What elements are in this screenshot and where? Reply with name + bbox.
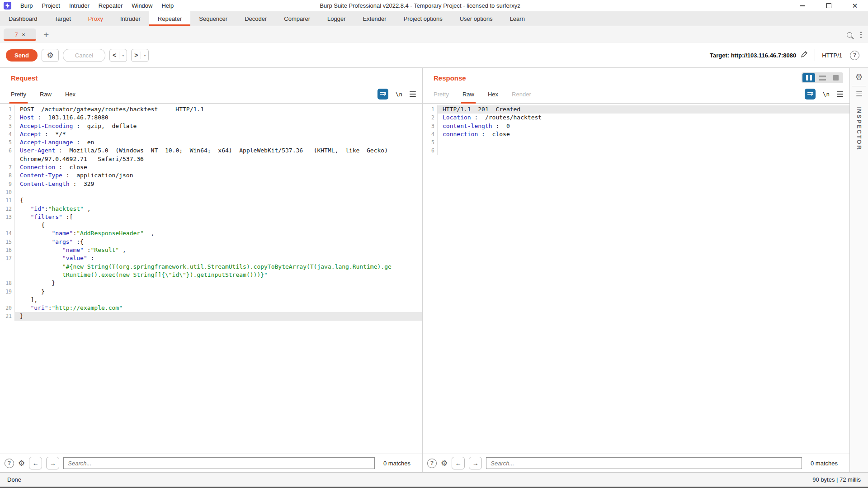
help-icon[interactable]: ? — [5, 459, 14, 468]
prev-match-button[interactable]: ← — [29, 457, 42, 469]
line-number: 6 — [0, 147, 15, 155]
tab-project-options[interactable]: Project options — [395, 11, 451, 26]
line-number: 20 — [0, 304, 15, 312]
http-version-label[interactable]: HTTP/1 — [822, 52, 842, 59]
line-number: 9 — [0, 180, 15, 188]
line-content: Accept : */* — [15, 130, 422, 138]
layout-single-button[interactable] — [830, 73, 842, 82]
menu-window[interactable]: Window — [127, 2, 157, 9]
word-wrap-toggle[interactable] — [377, 89, 388, 99]
request-editor[interactable]: 1POST /actuator/gateway/routes/hacktest … — [0, 104, 422, 454]
line-content: { — [15, 196, 422, 204]
response-search-input[interactable] — [486, 457, 802, 469]
menu-repeater[interactable]: Repeater — [94, 2, 127, 9]
editor-menu-icon[interactable] — [410, 91, 416, 97]
burp-suite-window: BurpProjectIntruderRepeaterWindowHelp Bu… — [0, 0, 868, 488]
prev-match-button[interactable]: ← — [452, 457, 465, 469]
search-settings-icon[interactable]: ⚙ — [441, 460, 448, 467]
tab-intruder[interactable]: Intruder — [112, 11, 149, 26]
response-tab-hex[interactable]: Hex — [488, 85, 498, 103]
tab-logger[interactable]: Logger — [319, 11, 354, 26]
request-tab-raw[interactable]: Raw — [40, 85, 52, 103]
tab-repeater[interactable]: Repeater — [149, 11, 190, 26]
minimize-button[interactable] — [789, 0, 816, 11]
history-forward-button[interactable]: > ▾ — [131, 49, 149, 62]
menu-help[interactable]: Help — [157, 2, 178, 9]
editor-line: 4connection : close — [423, 130, 849, 138]
divider — [852, 86, 866, 86]
title-bar: BurpProjectIntruderRepeaterWindowHelp Bu… — [0, 0, 868, 11]
close-button[interactable]: ✕ — [842, 0, 868, 11]
menu-intruder[interactable]: Intruder — [65, 2, 94, 9]
newline-toggle[interactable]: \n — [823, 91, 830, 98]
line-number: 4 — [423, 130, 438, 138]
line-number: 11 — [0, 196, 15, 204]
tab-sequencer[interactable]: Sequencer — [190, 11, 236, 26]
tab-extender[interactable]: Extender — [354, 11, 395, 26]
tab-proxy[interactable]: Proxy — [80, 11, 112, 26]
next-match-button[interactable]: → — [469, 457, 482, 469]
editor-line: 4Accept : */* — [0, 130, 422, 138]
divider — [119, 52, 119, 59]
status-text: Done — [7, 476, 21, 483]
tab-dashboard[interactable]: Dashboard — [0, 11, 46, 26]
help-icon[interactable]: ? — [427, 459, 437, 468]
response-tab-raw[interactable]: Raw — [462, 85, 474, 103]
layout-rows-button[interactable] — [816, 73, 829, 82]
request-tab-hex[interactable]: Hex — [65, 85, 75, 103]
response-tab-pretty[interactable]: Pretty — [434, 85, 449, 103]
line-number — [0, 296, 15, 304]
inspector-menu-icon[interactable] — [856, 91, 862, 96]
next-match-button[interactable]: → — [46, 457, 59, 469]
restore-button[interactable] — [816, 0, 842, 11]
history-back-button[interactable]: < ▾ — [109, 49, 127, 62]
line-content: "id":"hacktest" , — [15, 205, 422, 213]
search-icon[interactable] — [847, 32, 852, 38]
word-wrap-toggle[interactable] — [805, 89, 816, 99]
tab-learn[interactable]: Learn — [501, 11, 533, 26]
line-content: Chrome/97.0.4692.71 Safari/537.36 — [15, 155, 422, 163]
send-button[interactable]: Send — [6, 49, 38, 62]
editor-menu-icon[interactable] — [837, 91, 843, 97]
tab-user-options[interactable]: User options — [451, 11, 501, 26]
line-number: 13 — [0, 213, 15, 221]
help-icon[interactable]: ? — [850, 51, 859, 60]
inspector-sidebar: ⚙ INSPECTOR — [849, 68, 868, 472]
search-settings-icon[interactable]: ⚙ — [18, 460, 25, 467]
status-bar: Done 90 bytes | 72 millis — [0, 472, 868, 488]
gear-icon: ⚙ — [47, 52, 53, 59]
response-editor[interactable]: 1HTTP/1.1 201 Created2Location : /routes… — [423, 104, 849, 454]
chevron-down-icon[interactable]: ▾ — [144, 53, 146, 57]
editor-line: 6User-Agent : Mozilla/5.0 (Windows NT 10… — [0, 147, 422, 155]
add-tab-button[interactable]: + — [43, 30, 49, 39]
line-content: ], — [15, 296, 422, 304]
line-number — [0, 155, 15, 163]
layout-columns-button[interactable] — [802, 73, 815, 82]
request-tab-pretty[interactable]: Pretty — [11, 85, 26, 103]
editor-line: 1POST /actuator/gateway/routes/hacktest … — [0, 105, 422, 114]
window-controls: ✕ — [789, 0, 868, 11]
chevron-down-icon[interactable]: ▾ — [122, 53, 124, 57]
send-settings-button[interactable]: ⚙ — [42, 49, 59, 62]
settings-gear-icon[interactable]: ⚙ — [855, 73, 863, 81]
menu-burp[interactable]: Burp — [16, 2, 37, 9]
line-number: 3 — [423, 122, 438, 130]
cancel-button[interactable]: Cancel — [63, 49, 105, 62]
repeater-session-tab[interactable]: 7 × — [4, 28, 36, 41]
close-tab-icon[interactable]: × — [22, 32, 25, 38]
line-number: 14 — [0, 229, 15, 237]
line-number: 3 — [0, 122, 15, 130]
more-options-icon[interactable] — [860, 32, 862, 38]
edit-target-icon[interactable] — [800, 51, 808, 60]
editor-line: 2Location : /routes/hacktest — [423, 114, 849, 122]
inspector-label[interactable]: INSPECTOR — [856, 106, 863, 151]
request-search-input[interactable] — [63, 457, 375, 469]
editor-line: 12 "id":"hacktest" , — [0, 205, 422, 213]
tab-comparer[interactable]: Comparer — [275, 11, 319, 26]
tab-target[interactable]: Target — [46, 11, 80, 26]
newline-toggle[interactable]: \n — [396, 91, 402, 98]
response-tab-render[interactable]: Render — [512, 85, 531, 103]
editor-line: tRuntime().exec(new String[]{\"id\"}).ge… — [0, 271, 422, 279]
tab-decoder[interactable]: Decoder — [236, 11, 275, 26]
menu-project[interactable]: Project — [37, 2, 64, 9]
